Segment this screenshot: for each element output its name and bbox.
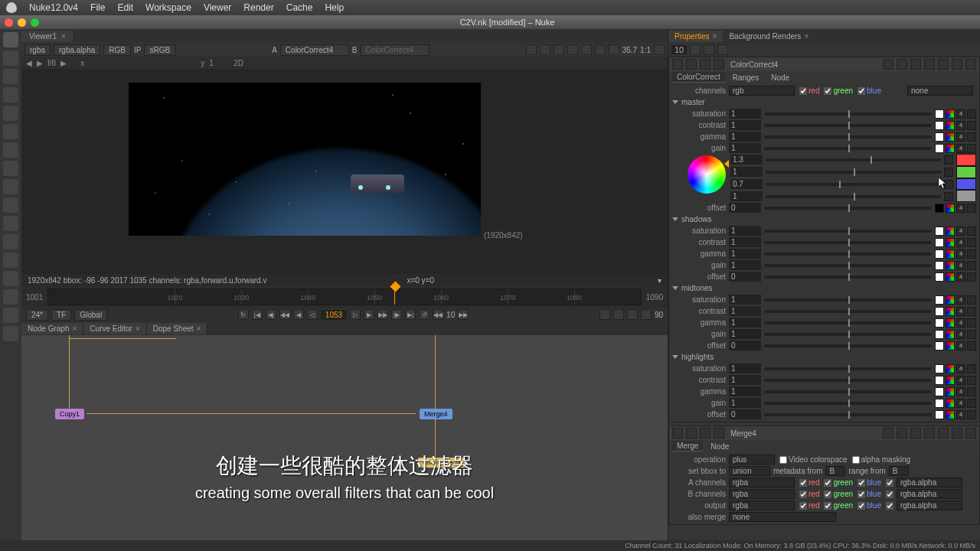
fps-dropdown[interactable]: 24* (26, 309, 48, 321)
offset-value[interactable]: 0 (729, 203, 761, 213)
alpha-dropdown[interactable]: rgba.alpha (54, 44, 100, 56)
tool-script[interactable] (3, 271, 18, 286)
anim-icon[interactable] (967, 410, 976, 419)
anim-icon[interactable] (967, 144, 976, 153)
color-swatch[interactable] (935, 399, 944, 408)
num-button[interactable]: 4 (956, 132, 965, 142)
saturation-slider[interactable] (764, 298, 932, 302)
center-icon[interactable] (686, 428, 697, 439)
slider-b[interactable] (766, 183, 941, 186)
colorwheel-toggle[interactable] (946, 307, 955, 316)
gamma-value[interactable]: 1 (729, 386, 761, 396)
b-alpha-dropdown[interactable]: rgba.alpha (897, 489, 962, 499)
gain-a[interactable]: 1 (730, 191, 763, 201)
viewer-icon[interactable] (654, 44, 665, 55)
color-swatch[interactable] (935, 121, 944, 130)
tool-menu[interactable] (3, 106, 18, 121)
colorwheel-toggle[interactable] (946, 204, 955, 213)
tool-brush[interactable] (3, 51, 18, 66)
tool-eye[interactable] (3, 161, 18, 176)
meta-dropdown[interactable]: B (825, 466, 845, 476)
saturation-slider[interactable] (764, 112, 932, 116)
num-button[interactable]: 4 (956, 295, 965, 305)
contrast-value[interactable]: 1 (729, 237, 761, 247)
color-wheel[interactable] (688, 155, 726, 194)
num-button[interactable]: 4 (956, 272, 965, 282)
num-button[interactable]: 4 (956, 121, 965, 130)
colorwheel-toggle[interactable] (946, 132, 955, 142)
help-icon[interactable] (952, 428, 962, 439)
saturation-value[interactable]: 1 (729, 109, 761, 119)
tab-node[interactable]: Node (706, 442, 733, 452)
contrast-value[interactable]: 1 (729, 306, 761, 316)
num-button[interactable]: 4 (956, 307, 965, 316)
colorwheel-toggle[interactable] (946, 144, 955, 153)
step-fwd-button[interactable]: ▶▶ (377, 309, 388, 320)
color-swatch[interactable] (935, 341, 944, 350)
ip-toggle[interactable]: IP (134, 46, 141, 54)
play-back-button[interactable]: ◀ (293, 309, 304, 320)
slider-g[interactable] (766, 171, 941, 174)
pin-icon[interactable] (883, 428, 893, 439)
section-shadows[interactable]: shadows (669, 214, 979, 225)
close-icon[interactable] (5, 18, 13, 27)
undo-icon[interactable] (910, 59, 921, 70)
blue-checkbox[interactable]: blue (858, 86, 881, 95)
step-back-button[interactable]: ◀◀ (279, 309, 290, 320)
close-icon[interactable]: × (72, 324, 77, 333)
close-icon[interactable]: × (61, 32, 66, 41)
gain-slider[interactable] (764, 147, 932, 150)
num-button[interactable]: 4 (956, 330, 965, 339)
menu-edit[interactable]: Edit (111, 2, 139, 13)
rate-value[interactable]: 90 (655, 311, 663, 319)
colorwheel-toggle[interactable] (946, 364, 955, 373)
gain-value[interactable]: 1 (729, 329, 761, 339)
menu-help[interactable]: Help (318, 2, 350, 13)
num-button[interactable]: 4 (956, 399, 965, 408)
num-button[interactable]: 4 (956, 261, 965, 270)
slider-r[interactable] (766, 158, 941, 161)
viewer-icon[interactable] (567, 44, 578, 55)
contrast-slider[interactable] (764, 241, 932, 244)
slider-a[interactable] (766, 195, 941, 198)
viewer-icon[interactable] (526, 44, 537, 55)
global-dropdown[interactable]: Global (74, 309, 107, 321)
float-icon[interactable] (897, 428, 907, 439)
lock-icon[interactable] (627, 309, 638, 320)
color-swatch[interactable] (935, 318, 944, 328)
fit-icon[interactable] (613, 309, 624, 320)
tab-colorcorrect[interactable]: ColorCorrect (672, 72, 725, 83)
close-icon[interactable]: × (804, 32, 808, 41)
num-button[interactable]: 4 (956, 249, 965, 259)
contrast-slider[interactable] (764, 379, 932, 382)
anim-icon[interactable] (967, 376, 976, 385)
output-dropdown[interactable]: rgba (729, 500, 795, 510)
close-icon[interactable]: × (713, 32, 717, 41)
color-swatch[interactable] (935, 295, 944, 305)
tab-merge[interactable]: Merge (672, 441, 703, 452)
fstop-label[interactable]: f/8 (47, 59, 56, 67)
anim-icon[interactable] (967, 341, 976, 350)
tool-pen[interactable] (3, 253, 18, 268)
contrast-slider[interactable] (764, 310, 932, 313)
colorwheel-toggle[interactable] (946, 261, 955, 270)
tool-list[interactable] (3, 289, 18, 305)
offset-value[interactable]: 0 (729, 409, 761, 419)
close-icon[interactable] (965, 59, 976, 70)
bbox-dropdown[interactable]: union (729, 466, 770, 476)
input-b-dropdown[interactable]: ColorCorrect4 (361, 44, 430, 56)
color-swatch[interactable] (935, 330, 944, 339)
num-button[interactable]: 4 (956, 144, 965, 153)
viewer-icon[interactable] (554, 44, 564, 55)
color-swatch[interactable] (935, 376, 944, 385)
colorwheel-toggle[interactable] (946, 341, 955, 350)
color-swatch[interactable] (935, 249, 944, 259)
wrench-icon[interactable] (714, 428, 724, 439)
tab-curveeditor[interactable]: Curve Editor× (83, 323, 146, 334)
anim-icon[interactable] (967, 318, 976, 328)
next-frame-button[interactable]: ▷ (350, 309, 361, 320)
gain-value[interactable]: 1 (729, 143, 761, 153)
anim-icon[interactable] (967, 204, 976, 213)
redo-icon[interactable] (924, 59, 935, 70)
prev-key-button[interactable]: ◀| (266, 309, 276, 320)
